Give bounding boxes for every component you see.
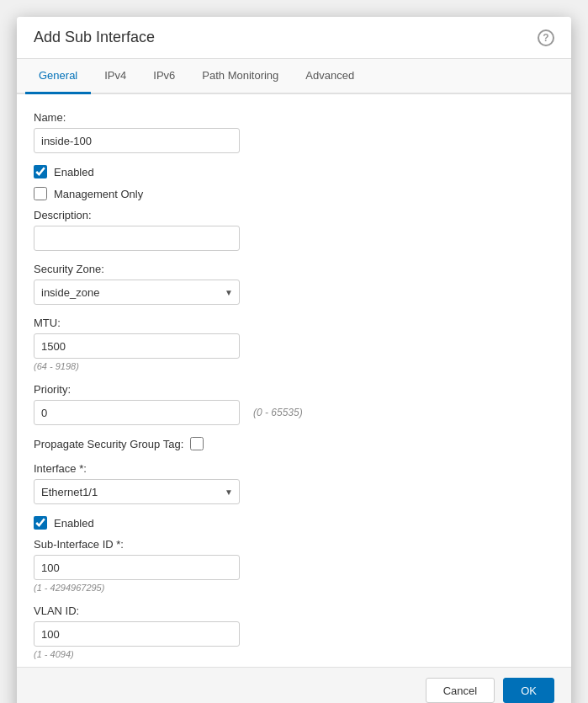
help-icon[interactable]: ? <box>538 29 554 46</box>
interface-enabled-label: Enabled <box>54 517 94 530</box>
dialog-title: Add Sub Interface <box>34 29 155 46</box>
tab-ipv6[interactable]: IPv6 <box>140 59 188 94</box>
dialog-header: Add Sub Interface ? <box>17 17 571 59</box>
security-zone-select-wrapper: inside_zone ▼ <box>34 280 240 305</box>
ok-button[interactable]: OK <box>503 678 554 703</box>
propagate-group: Propagate Security Group Tag: <box>34 437 554 450</box>
interface-select-wrapper: Ethernet1/1 ▼ <box>34 479 240 504</box>
description-input[interactable] <box>34 226 240 251</box>
security-zone-label: Security Zone: <box>34 263 554 275</box>
sub-interface-id-hint: (1 - 4294967295) <box>34 583 554 593</box>
priority-row: (0 - 65535) <box>34 400 554 425</box>
cancel-button[interactable]: Cancel <box>426 678 495 703</box>
sub-interface-id-label: Sub-Interface ID *: <box>34 538 554 551</box>
priority-group: Priority: (0 - 65535) <box>34 383 554 425</box>
tab-path-monitoring[interactable]: Path Monitoring <box>188 59 292 94</box>
tab-ipv4[interactable]: IPv4 <box>91 59 140 94</box>
management-only-checkbox[interactable] <box>34 187 47 200</box>
mtu-input[interactable] <box>34 333 240 359</box>
dialog-footer: Cancel OK <box>17 667 571 703</box>
propagate-checkbox[interactable] <box>190 437 204 450</box>
name-group: Name: <box>34 111 554 153</box>
enabled-label: Enabled <box>54 166 94 178</box>
mtu-hint: (64 - 9198) <box>34 361 554 371</box>
mtu-group: MTU: (64 - 9198) <box>34 317 554 371</box>
name-input[interactable] <box>34 128 240 153</box>
dialog-body: Name: Enabled Management Only Descriptio… <box>17 94 571 667</box>
tab-advanced[interactable]: Advanced <box>292 59 368 94</box>
description-label: Description: <box>34 209 554 221</box>
vlan-id-hint: (1 - 4094) <box>34 649 554 659</box>
interface-group: Interface *: Ethernet1/1 ▼ <box>34 462 554 504</box>
interface-label: Interface *: <box>34 462 554 475</box>
priority-label: Priority: <box>34 383 554 396</box>
sub-interface-id-group: Sub-Interface ID *: (1 - 4294967295) <box>34 538 554 593</box>
vlan-id-input[interactable] <box>34 621 240 647</box>
management-only-label: Management Only <box>54 188 143 200</box>
mtu-label: MTU: <box>34 317 554 329</box>
interface-enabled-checkbox[interactable] <box>34 516 47 530</box>
enabled-checkbox[interactable] <box>34 165 47 178</box>
security-zone-group: Security Zone: inside_zone ▼ <box>34 263 554 305</box>
security-zone-select[interactable]: inside_zone <box>34 280 240 305</box>
priority-input[interactable] <box>34 400 240 425</box>
vlan-id-group: VLAN ID: (1 - 4094) <box>34 604 554 659</box>
propagate-label: Propagate Security Group Tag: <box>34 438 183 450</box>
sub-interface-id-input[interactable] <box>34 555 240 580</box>
management-only-group: Management Only <box>34 187 554 200</box>
description-group: Description: <box>34 209 554 251</box>
enabled-group: Enabled <box>34 165 554 178</box>
priority-hint: (0 - 65535) <box>253 407 303 418</box>
add-sub-interface-dialog: Add Sub Interface ? General IPv4 IPv6 Pa… <box>17 17 571 703</box>
name-label: Name: <box>34 111 554 124</box>
tab-bar: General IPv4 IPv6 Path Monitoring Advanc… <box>17 59 571 94</box>
interface-select[interactable]: Ethernet1/1 <box>34 479 240 504</box>
interface-enabled-group: Enabled <box>34 516 554 530</box>
tab-general[interactable]: General <box>25 59 91 94</box>
vlan-id-label: VLAN ID: <box>34 604 554 617</box>
